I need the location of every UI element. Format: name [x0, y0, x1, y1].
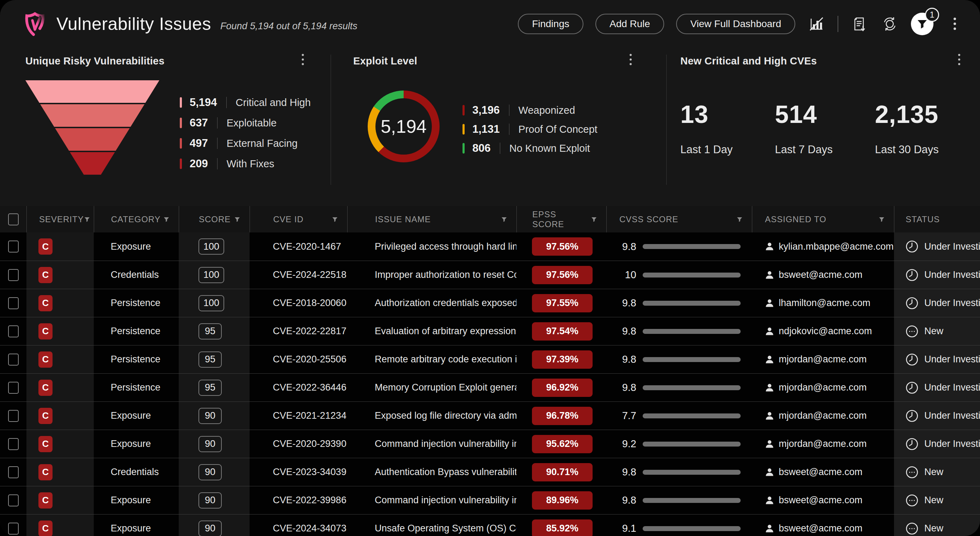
findings-button[interactable]: Findings: [518, 14, 584, 34]
epss-score-badge: 97.56%: [532, 266, 593, 284]
issue-name-cell[interactable]: Remote arbitrary code execution in...: [347, 346, 516, 373]
row-checkbox[interactable]: [8, 241, 19, 252]
table-row[interactable]: C Credentials 90 CVE-2023-34039 Authenti…: [0, 458, 980, 486]
cve-id-cell[interactable]: CVE-2020-25506: [250, 346, 347, 373]
cvss-value: 9.8: [606, 354, 636, 365]
row-checkbox[interactable]: [8, 410, 19, 422]
assigned-email[interactable]: lhamilton@acme.com: [779, 298, 870, 309]
table-row[interactable]: C Persistence 100 CVE-2018-20060 Authori…: [0, 289, 980, 317]
table-row[interactable]: C Exposure 100 CVE-2020-1467 Privileged …: [0, 232, 980, 261]
row-checkbox[interactable]: [8, 523, 19, 534]
cve-id-cell[interactable]: CVE-2023-34039: [250, 458, 347, 486]
issue-name-cell[interactable]: Privileged access through hard links: [347, 232, 516, 261]
filter-icon[interactable]: [332, 216, 338, 222]
row-checkbox[interactable]: [8, 325, 19, 338]
filter-icon[interactable]: [84, 216, 90, 222]
active-filters-button[interactable]: 1: [911, 13, 934, 35]
column-header-issue-name[interactable]: ISSUE NAME: [347, 206, 516, 232]
person-icon: [765, 327, 775, 336]
issue-name-cell[interactable]: Exposed log file directory via admin e..…: [347, 402, 516, 430]
epss-score-badge: 89.96%: [532, 491, 593, 510]
table-row[interactable]: C Persistence 95 CVE-2022-36446 Memory C…: [0, 373, 980, 401]
row-checkbox[interactable]: [8, 466, 19, 478]
issue-name-cell[interactable]: Improper authorization to reset Confl...: [347, 261, 516, 289]
score-box: 90: [199, 464, 222, 480]
score-box: 95: [199, 352, 222, 368]
person-icon: [765, 355, 775, 365]
select-all-checkbox[interactable]: [8, 213, 19, 225]
issue-name-cell[interactable]: Authentication Bypass vulnerability d...: [347, 458, 516, 486]
hide-charts-icon[interactable]: [807, 15, 826, 33]
cve-id-cell[interactable]: CVE-2022-22817: [250, 317, 347, 345]
export-report-icon[interactable]: [850, 15, 869, 33]
person-icon: [765, 411, 775, 421]
column-header-epss-score[interactable]: EPSS SCORE: [516, 206, 606, 232]
row-checkbox[interactable]: [8, 269, 19, 281]
table-row[interactable]: C Persistence 95 CVE-2022-22817 Evaluati…: [0, 317, 980, 345]
assigned-email[interactable]: mjordan@acme.com: [779, 382, 867, 393]
stat-value: 13: [680, 100, 733, 128]
cve-id-cell[interactable]: CVE-2024-34073: [250, 514, 347, 536]
row-checkbox[interactable]: [8, 297, 19, 309]
assigned-email[interactable]: kylian.mbappe@acme.com: [779, 241, 894, 252]
legend-tick: [180, 138, 182, 149]
column-header-severity[interactable]: SEVERITY: [26, 206, 94, 232]
column-header-assigned-to[interactable]: ASSIGNED TO: [752, 206, 894, 232]
assigned-email[interactable]: bsweet@acme.com: [779, 466, 862, 477]
filter-icon[interactable]: [878, 216, 885, 222]
refresh-sync-icon[interactable]: [881, 15, 899, 33]
table-row[interactable]: C Exposure 90 CVE-2022-39986 Command inj…: [0, 486, 980, 514]
add-rule-button[interactable]: Add Rule: [595, 14, 664, 34]
table-row[interactable]: C Persistence 95 CVE-2020-25506 Remote a…: [0, 345, 980, 373]
issue-name-cell[interactable]: Memory Corruption Exploit generated: [347, 374, 516, 401]
column-header-cvss-score[interactable]: CVSS SCORE: [606, 206, 752, 232]
cves-panel-title: New Critical and High CVEs: [680, 55, 817, 67]
table-row[interactable]: C Exposure 90 CVE-2020-29390 Command inj…: [0, 430, 980, 458]
status-text: Under Investigation: [924, 410, 980, 421]
table-row[interactable]: C Exposure 90 CVE-2024-34073 Unsafe Oper…: [0, 514, 980, 536]
cve-id-cell[interactable]: CVE-2024-22518: [250, 261, 347, 289]
legend-label: External Facing: [227, 138, 298, 149]
filter-icon[interactable]: [234, 216, 240, 222]
donut-panel-menu-icon[interactable]: [630, 54, 632, 65]
assigned-email[interactable]: bsweet@acme.com: [779, 495, 862, 506]
issue-name-cell[interactable]: Command injection vulnerability in Z...: [347, 430, 516, 458]
table-row[interactable]: C Exposure 90 CVE-2021-21234 Exposed log…: [0, 401, 980, 430]
cve-id-cell[interactable]: CVE-2021-21234: [250, 402, 347, 430]
cve-id-cell[interactable]: CVE-2020-1467: [250, 232, 347, 261]
row-checkbox[interactable]: [8, 382, 19, 394]
cve-id-cell[interactable]: CVE-2018-20060: [250, 289, 347, 317]
score-box: 90: [199, 492, 222, 509]
filter-icon[interactable]: [737, 216, 743, 222]
assigned-email[interactable]: ndjokovic@acme.com: [779, 326, 872, 337]
funnel-panel-menu-icon[interactable]: [302, 54, 304, 65]
assigned-email[interactable]: mjordan@acme.com: [779, 410, 867, 421]
view-full-dashboard-button[interactable]: View Full Dashboard: [676, 14, 795, 34]
assigned-email[interactable]: bsweet@acme.com: [779, 523, 862, 534]
filter-icon[interactable]: [501, 216, 507, 222]
row-checkbox[interactable]: [8, 354, 19, 366]
assigned-email[interactable]: mjordan@acme.com: [779, 354, 867, 365]
column-header-cve-id[interactable]: CVE ID: [250, 206, 347, 232]
issue-name-cell[interactable]: Authorization credentials exposed to...: [347, 289, 516, 317]
column-header-category[interactable]: CATEGORY: [94, 206, 179, 232]
cve-id-cell[interactable]: CVE-2022-39986: [250, 486, 347, 514]
filter-icon[interactable]: [163, 216, 170, 222]
cvss-value: 10: [606, 269, 636, 281]
row-checkbox[interactable]: [8, 495, 19, 506]
score-box: 95: [199, 380, 222, 396]
assigned-email[interactable]: mjordan@acme.com: [779, 438, 867, 449]
issue-name-cell[interactable]: Command injection vulnerability in R...: [347, 486, 516, 514]
column-header-score[interactable]: SCORE: [179, 206, 250, 232]
row-checkbox[interactable]: [8, 438, 19, 450]
more-options-icon[interactable]: [945, 15, 964, 33]
issue-name-cell[interactable]: Evaluation of arbitrary expressions in..…: [347, 317, 516, 345]
cve-id-cell[interactable]: CVE-2020-29390: [250, 430, 347, 458]
cves-panel-menu-icon[interactable]: [958, 54, 960, 65]
issue-name-cell[interactable]: Unsafe Operating System (OS) Com...: [347, 514, 516, 536]
filter-icon[interactable]: [591, 216, 597, 222]
assigned-email[interactable]: bsweet@acme.com: [779, 270, 862, 280]
table-row[interactable]: C Credentials 100 CVE-2024-22518 Imprope…: [0, 261, 980, 289]
cve-id-cell[interactable]: CVE-2022-36446: [250, 374, 347, 401]
column-header-status[interactable]: STATUS: [894, 206, 980, 232]
